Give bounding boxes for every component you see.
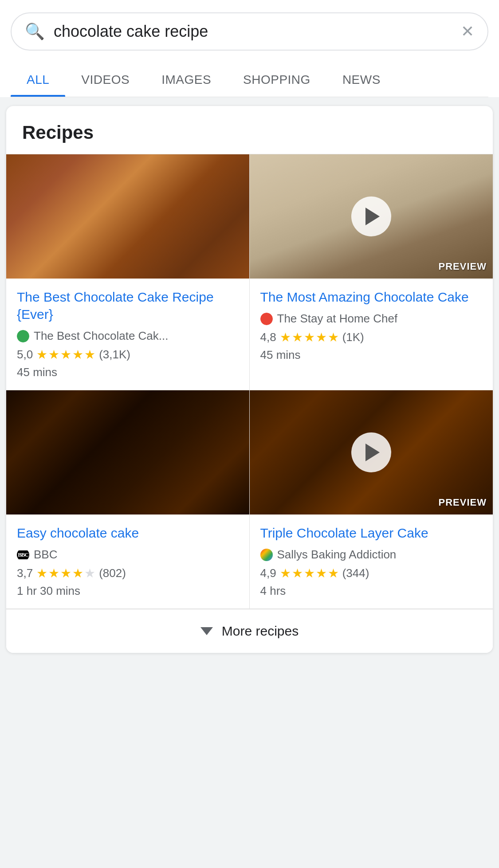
clear-icon[interactable]: ✕ bbox=[461, 22, 474, 41]
rating-count-2: (1K) bbox=[342, 330, 364, 344]
top-bar: 🔍 chocolate cake recipe ✕ ALL VIDEOS IMA… bbox=[0, 0, 499, 97]
recipe-time-4: 4 hrs bbox=[260, 584, 483, 598]
recipe-title-1: The Best Chocolate Cake Recipe {Ever} bbox=[17, 288, 239, 323]
tab-shopping[interactable]: SHOPPING bbox=[227, 63, 326, 97]
recipe-thumb-4: PREVIEW bbox=[250, 390, 493, 515]
rating-count-1: (3,1K) bbox=[99, 348, 130, 361]
stars-2: ★ ★ ★ ★ ★ bbox=[280, 330, 339, 345]
recipes-header: Recipes bbox=[6, 106, 493, 154]
recipe-info-1: The Best Chocolate Cake Recipe {Ever} Th… bbox=[6, 279, 249, 390]
tab-videos[interactable]: VIDEOS bbox=[65, 63, 145, 97]
recipe-thumb-3 bbox=[6, 390, 249, 515]
rating-num-4: 4,9 bbox=[260, 566, 276, 580]
search-icon: 🔍 bbox=[25, 22, 45, 41]
source-icon-3: BBC bbox=[17, 549, 29, 561]
source-icon-1 bbox=[17, 330, 29, 342]
source-name-1: The Best Chocolate Cak... bbox=[34, 329, 168, 343]
chevron-down-icon bbox=[200, 627, 213, 635]
recipe-source-2: The Stay at Home Chef bbox=[260, 312, 483, 326]
recipe-title-3: Easy chocolate cake bbox=[17, 524, 239, 542]
recipe-info-2: The Most Amazing Chocolate Cake The Stay… bbox=[250, 279, 493, 373]
recipe-time-1: 45 mins bbox=[17, 365, 239, 379]
stars-3: ★ ★ ★ ★ ★ bbox=[36, 566, 95, 581]
play-triangle-4 bbox=[365, 444, 380, 461]
rating-num-3: 3,7 bbox=[17, 566, 33, 580]
tab-images[interactable]: IMAGES bbox=[145, 63, 227, 97]
source-icon-4 bbox=[260, 549, 273, 561]
recipe-info-4: Triple Chocolate Layer Cake Sallys Bakin… bbox=[250, 515, 493, 609]
stars-4: ★ ★ ★ ★ ★ bbox=[280, 566, 339, 581]
rating-count-3: (802) bbox=[99, 566, 126, 580]
rating-num-1: 5,0 bbox=[17, 348, 33, 361]
recipe-title-2: The Most Amazing Chocolate Cake bbox=[260, 288, 483, 306]
recipe-card-4[interactable]: PREVIEW Triple Chocolate Layer Cake Sall… bbox=[250, 390, 493, 609]
more-recipes-bar[interactable]: More recipes bbox=[6, 609, 493, 653]
rating-count-4: (344) bbox=[342, 566, 369, 580]
recipe-rating-3: 3,7 ★ ★ ★ ★ ★ (802) bbox=[17, 566, 239, 581]
more-recipes-label: More recipes bbox=[222, 624, 299, 639]
play-triangle-2 bbox=[365, 208, 380, 225]
rating-num-2: 4,8 bbox=[260, 330, 276, 344]
recipe-source-4: Sallys Baking Addiction bbox=[260, 548, 483, 562]
search-query: chocolate cake recipe bbox=[54, 22, 452, 41]
source-name-3: BBC bbox=[34, 548, 57, 562]
source-name-2: The Stay at Home Chef bbox=[277, 312, 398, 326]
recipe-thumb-1 bbox=[6, 154, 249, 279]
preview-label-4: PREVIEW bbox=[439, 497, 487, 508]
play-overlay-2 bbox=[351, 196, 391, 236]
search-bar[interactable]: 🔍 chocolate cake recipe ✕ bbox=[11, 12, 488, 51]
results-container: Recipes The Best Chocolate Cake Recipe {… bbox=[6, 106, 493, 653]
tabs-bar: ALL VIDEOS IMAGES SHOPPING NEWS bbox=[11, 63, 488, 97]
recipe-card-3[interactable]: Easy chocolate cake BBC BBC 3,7 ★ ★ ★ ★ … bbox=[6, 390, 250, 609]
recipe-thumb-2: PREVIEW bbox=[250, 154, 493, 279]
tab-news[interactable]: NEWS bbox=[326, 63, 397, 97]
preview-label-2: PREVIEW bbox=[439, 261, 487, 272]
recipe-rating-4: 4,9 ★ ★ ★ ★ ★ (344) bbox=[260, 566, 483, 581]
recipe-rating-1: 5,0 ★ ★ ★ ★ ★ (3,1K) bbox=[17, 347, 239, 362]
stars-1: ★ ★ ★ ★ ★ bbox=[36, 347, 95, 362]
source-icon-2 bbox=[260, 313, 273, 325]
recipe-time-2: 45 mins bbox=[260, 348, 483, 362]
tab-all[interactable]: ALL bbox=[11, 63, 65, 97]
recipe-time-3: 1 hr 30 mins bbox=[17, 584, 239, 598]
recipe-title-4: Triple Chocolate Layer Cake bbox=[260, 524, 483, 542]
recipe-grid: The Best Chocolate Cake Recipe {Ever} Th… bbox=[6, 154, 493, 609]
recipe-card-2[interactable]: PREVIEW The Most Amazing Chocolate Cake … bbox=[250, 154, 493, 390]
source-name-4: Sallys Baking Addiction bbox=[277, 548, 397, 562]
recipe-source-3: BBC BBC bbox=[17, 548, 239, 562]
recipe-card-1[interactable]: The Best Chocolate Cake Recipe {Ever} Th… bbox=[6, 154, 250, 390]
recipe-source-1: The Best Chocolate Cak... bbox=[17, 329, 239, 343]
recipe-info-3: Easy chocolate cake BBC BBC 3,7 ★ ★ ★ ★ … bbox=[6, 515, 249, 609]
recipe-rating-2: 4,8 ★ ★ ★ ★ ★ (1K) bbox=[260, 330, 483, 345]
play-overlay-4 bbox=[351, 432, 391, 472]
